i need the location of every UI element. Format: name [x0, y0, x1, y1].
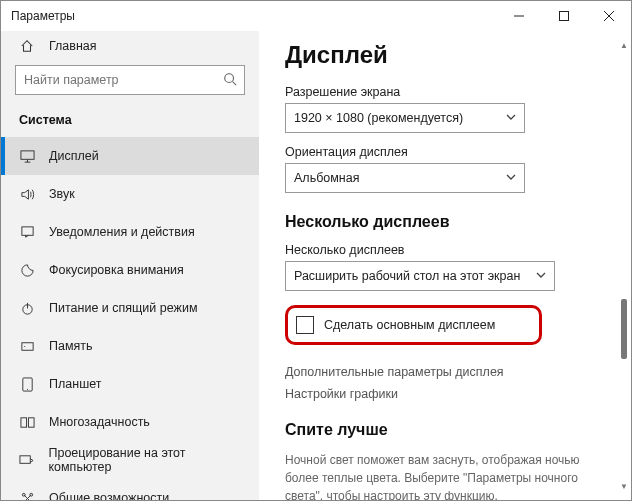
- resolution-label: Разрешение экрана: [285, 85, 605, 99]
- svg-rect-18: [20, 455, 30, 463]
- multitask-icon: [19, 415, 35, 430]
- storage-icon: [19, 339, 35, 354]
- nav-item-focus[interactable]: Фокусировка внимания: [1, 251, 259, 289]
- svg-point-4: [225, 74, 234, 83]
- nav-item-power[interactable]: Питание и спящий режим: [1, 289, 259, 327]
- svg-rect-1: [559, 12, 568, 21]
- nav-label: Планшет: [49, 377, 101, 391]
- nav-item-tablet[interactable]: Планшет: [1, 365, 259, 403]
- nav-list: Дисплей Звук Уведомления и действия Фоку…: [1, 137, 259, 500]
- nav-label: Память: [49, 339, 93, 353]
- search-icon: [223, 72, 237, 90]
- titlebar: Параметры: [1, 1, 631, 31]
- chevron-down-icon: [506, 111, 516, 125]
- svg-rect-9: [21, 226, 32, 234]
- search-box[interactable]: [15, 65, 245, 95]
- close-button[interactable]: [586, 1, 631, 31]
- multi-displays-label: Несколько дисплеев: [285, 243, 605, 257]
- main-panel: Дисплей Разрешение экрана 1920 × 1080 (р…: [259, 31, 631, 500]
- resolution-dropdown[interactable]: 1920 × 1080 (рекомендуется): [285, 103, 525, 133]
- nav-label: Дисплей: [49, 149, 99, 163]
- maximize-button[interactable]: [541, 1, 586, 31]
- nav-item-notifications[interactable]: Уведомления и действия: [1, 213, 259, 251]
- make-primary-label: Сделать основным дисплеем: [324, 318, 495, 332]
- svg-rect-17: [28, 417, 34, 426]
- nav-label: Звук: [49, 187, 75, 201]
- nav-item-project[interactable]: Проецирование на этот компьютер: [1, 441, 259, 479]
- home-icon: [19, 39, 35, 53]
- nav-label: Проецирование на этот компьютер: [48, 446, 245, 474]
- resolution-value: 1920 × 1080 (рекомендуется): [294, 111, 463, 125]
- svg-rect-16: [20, 417, 26, 426]
- nav-label: Многозадачность: [49, 415, 150, 429]
- scroll-down-icon: ▼: [620, 482, 628, 491]
- notifications-icon: [19, 225, 35, 240]
- sidebar: Главная Система Дисплей Звук Уведомления…: [1, 31, 259, 500]
- nav-item-shared[interactable]: Общие возможности: [1, 479, 259, 500]
- nav-item-display[interactable]: Дисплей: [1, 137, 259, 175]
- power-icon: [19, 301, 35, 316]
- shared-icon: [19, 491, 35, 501]
- sleep-better-text: Ночной свет поможет вам заснуть, отображ…: [285, 451, 605, 500]
- chevron-down-icon: [536, 269, 546, 283]
- nav-item-multitask[interactable]: Многозадачность: [1, 403, 259, 441]
- multi-displays-value: Расширить рабочий стол на этот экран: [294, 269, 520, 283]
- svg-point-13: [24, 345, 25, 346]
- tablet-icon: [19, 377, 35, 392]
- page-title: Дисплей: [285, 41, 605, 69]
- sound-icon: [19, 187, 35, 202]
- search-input[interactable]: [15, 65, 245, 95]
- multi-displays-dropdown[interactable]: Расширить рабочий стол на этот экран: [285, 261, 555, 291]
- nav-item-sound[interactable]: Звук: [1, 175, 259, 213]
- home-label: Главная: [49, 39, 97, 53]
- minimize-button[interactable]: [496, 1, 541, 31]
- nav-label: Общие возможности: [49, 491, 169, 500]
- svg-rect-6: [20, 150, 33, 158]
- svg-rect-12: [21, 342, 32, 350]
- window-title: Параметры: [11, 9, 496, 23]
- display-icon: [19, 149, 35, 164]
- chevron-down-icon: [506, 171, 516, 185]
- scroll-up-icon: ▲: [620, 41, 628, 50]
- sleep-better-heading: Спите лучше: [285, 421, 605, 439]
- make-primary-checkbox[interactable]: [296, 316, 314, 334]
- nav-label: Питание и спящий режим: [49, 301, 197, 315]
- section-title: Система: [1, 107, 259, 137]
- main-scrollbar[interactable]: ▲ ▼: [619, 41, 629, 491]
- nav-label: Фокусировка внимания: [49, 263, 184, 277]
- multi-displays-heading: Несколько дисплеев: [285, 213, 605, 231]
- home-link[interactable]: Главная: [1, 31, 259, 61]
- project-icon: [19, 453, 34, 468]
- graphics-settings-link[interactable]: Настройки графики: [285, 387, 605, 401]
- orientation-dropdown[interactable]: Альбомная: [285, 163, 525, 193]
- focus-icon: [19, 263, 35, 278]
- svg-line-5: [233, 82, 237, 86]
- svg-point-15: [26, 388, 27, 389]
- orientation-label: Ориентация дисплея: [285, 145, 605, 159]
- advanced-display-link[interactable]: Дополнительные параметры дисплея: [285, 365, 605, 379]
- nav-item-storage[interactable]: Память: [1, 327, 259, 365]
- orientation-value: Альбомная: [294, 171, 359, 185]
- scrollbar-thumb[interactable]: [621, 299, 627, 359]
- nav-label: Уведомления и действия: [49, 225, 195, 239]
- highlight-annotation: Сделать основным дисплеем: [285, 305, 542, 345]
